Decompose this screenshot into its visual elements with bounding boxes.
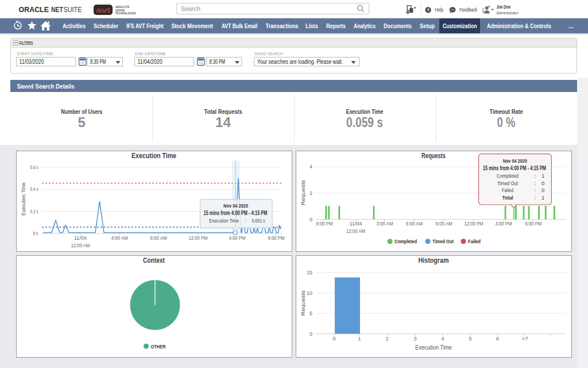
svg-text:15 mins from 4:00 PM - 4:15 PM: 15 mins from 4:00 PM - 4:15 PM (483, 165, 546, 171)
svg-text:3:00 PM: 3:00 PM (496, 221, 512, 227)
svg-text:12:00 AM: 12:00 AM (71, 243, 90, 248)
svg-text:Timed Out: Timed Out (497, 180, 518, 186)
svg-text:avt: avt (96, 6, 111, 14)
svg-text:Nov 04 2020: Nov 04 2020 (223, 202, 248, 209)
svg-text:9:00 AM: 9:00 AM (436, 221, 452, 227)
svg-text::: : (534, 187, 536, 193)
svg-text:Analytics: Analytics (354, 22, 376, 29)
svg-text:Context: Context (143, 256, 165, 264)
svg-text:0.059 s: 0.059 s (346, 114, 383, 130)
svg-text:Total Requests: Total Requests (204, 108, 242, 115)
svg-text:Total: Total (502, 194, 513, 201)
svg-text:Reports: Reports (326, 22, 346, 29)
svg-text:Completed: Completed (394, 238, 417, 244)
svg-text:12:00 PM: 12:00 PM (465, 221, 483, 227)
svg-text:Administrator: Administrator (496, 10, 519, 16)
svg-text:Administration & Controls: Administration & Controls (487, 22, 551, 29)
svg-text:14: 14 (215, 114, 231, 130)
svg-text:15: 15 (307, 270, 312, 275)
svg-text:6: 6 (496, 336, 499, 342)
svg-text:3: 3 (413, 336, 416, 342)
svg-text:1: 1 (541, 172, 544, 179)
svg-text:Timeout Rate: Timeout Rate (490, 108, 523, 115)
svg-text:Failed: Failed (502, 187, 513, 193)
svg-text:Execution Time: Execution Time (20, 182, 26, 216)
svg-text:0: 0 (332, 336, 335, 342)
svg-text:8:30 PM: 8:30 PM (210, 59, 226, 65)
svg-text:11/04: 11/04 (350, 221, 362, 227)
svg-text:Search: Search (181, 5, 200, 12)
svg-text:IFS AVT Freight: IFS AVT Freight (126, 22, 164, 29)
svg-text:Execution Time: Execution Time (415, 344, 452, 351)
svg-text:8:00 AM: 8:00 AM (150, 235, 167, 241)
svg-text:SUITE: SUITE (64, 5, 82, 14)
svg-text:0.6 s: 0.6 s (30, 164, 38, 170)
svg-text:Setup: Setup (420, 22, 435, 29)
svg-text:5: 5 (469, 336, 471, 342)
svg-text:5: 5 (310, 310, 312, 316)
svg-text:0: 0 (541, 180, 544, 186)
svg-text::: : (534, 180, 536, 186)
svg-text::: : (245, 217, 247, 224)
svg-text:Documents: Documents (384, 22, 412, 29)
svg-text:TECHNOLOGIES: TECHNOLOGIES (115, 12, 137, 15)
svg-text:2: 2 (385, 336, 388, 342)
svg-text:OTHER: OTHER (151, 344, 166, 350)
svg-text:Nov 04 2020: Nov 04 2020 (503, 158, 527, 164)
svg-text:Stock Movement: Stock Movement (172, 22, 214, 29)
svg-text:Scheduler: Scheduler (94, 22, 118, 29)
svg-text:0 s: 0 s (33, 231, 38, 236)
svg-text:11/03/2020: 11/03/2020 (20, 59, 44, 65)
svg-text:0.001 s: 0.001 s (252, 217, 265, 224)
svg-text:...: ... (568, 22, 574, 29)
svg-text:?: ? (427, 7, 430, 13)
svg-text:Failed: Failed (468, 238, 481, 244)
svg-text:1: 1 (541, 194, 544, 201)
svg-text:4: 4 (310, 164, 312, 170)
svg-text:2: 2 (310, 190, 312, 196)
svg-text:4:00 PM: 4:00 PM (229, 235, 246, 241)
svg-text:6:00 AM: 6:00 AM (406, 221, 423, 227)
svg-text:15 mins from 4:00 PM - 4:15 PM: 15 mins from 4:00 PM - 4:15 PM (204, 210, 268, 216)
svg-text:Lists: Lists (305, 22, 318, 29)
svg-text::: : (534, 172, 536, 179)
svg-text::: : (534, 194, 536, 201)
svg-text:Joe Doe: Joe Doe (496, 4, 510, 10)
svg-text:0.4 s: 0.4 s (30, 186, 38, 192)
svg-text:5: 5 (78, 114, 86, 130)
svg-text:Timed Out: Timed Out (432, 238, 454, 244)
svg-text:0: 0 (541, 187, 544, 193)
svg-text:Help: Help (435, 7, 443, 13)
svg-text:8:00 PM: 8:00 PM (268, 235, 285, 241)
svg-text:END DATE/TIME: END DATE/TIME (135, 51, 166, 56)
svg-text:Your searches are loading. Ple: Your searches are loading. Please wait. (257, 59, 343, 65)
svg-text:Execution Time: Execution Time (346, 108, 384, 115)
svg-text:>7: >7 (522, 336, 528, 342)
svg-text:0: 0 (310, 217, 312, 223)
svg-text:11/04/2020: 11/04/2020 (138, 59, 163, 65)
svg-text:Customization: Customization (443, 22, 477, 29)
svg-text:9:00 PM: 9:00 PM (316, 221, 333, 227)
svg-text:12:00 PM: 12:00 PM (189, 235, 208, 241)
svg-text:Requests: Requests (300, 290, 306, 316)
svg-text:8:30 PM: 8:30 PM (90, 59, 106, 65)
svg-text:10: 10 (307, 290, 312, 296)
svg-text:1: 1 (358, 336, 361, 342)
svg-text:11/04: 11/04 (74, 235, 87, 241)
svg-text:NET: NET (51, 5, 64, 14)
svg-text:4:00 AM: 4:00 AM (111, 235, 128, 241)
svg-text:0.2 s: 0.2 s (30, 209, 38, 214)
svg-text:Execution Time: Execution Time (131, 152, 176, 160)
svg-text:AVT Bulk Email: AVT Bulk Email (222, 22, 258, 29)
svg-text:Feedback: Feedback (459, 7, 478, 13)
svg-text:Requests: Requests (421, 152, 446, 160)
svg-text:Completed: Completed (497, 172, 519, 179)
svg-text:SAVED SEARCH: SAVED SEARCH (254, 51, 283, 56)
svg-text:Histogram: Histogram (419, 256, 449, 264)
svg-text:4: 4 (441, 336, 444, 342)
svg-text:0 %: 0 % (497, 114, 516, 130)
svg-text:Activities: Activities (63, 22, 86, 29)
svg-text:Requests: Requests (300, 180, 306, 205)
svg-text:Saved Search Details: Saved Search Details (17, 83, 75, 90)
svg-text:3:00 AM: 3:00 AM (377, 221, 393, 227)
